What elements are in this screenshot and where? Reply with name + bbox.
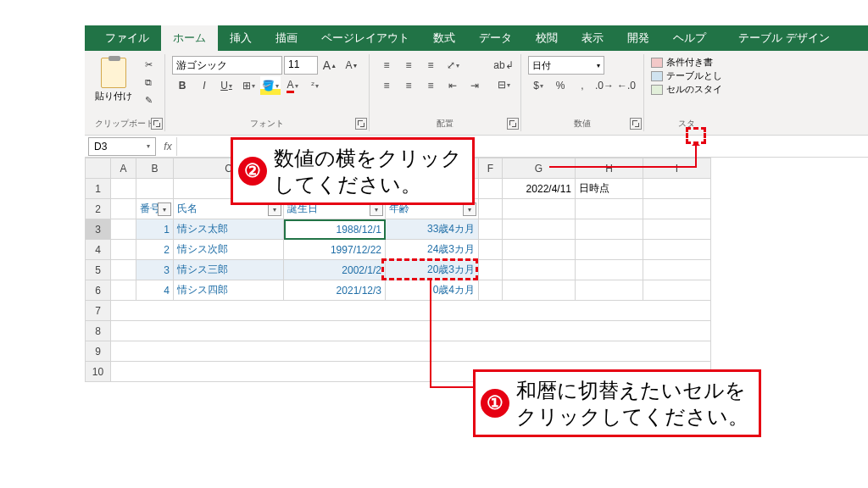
paste-button[interactable]: 貼り付け bbox=[92, 56, 136, 116]
cell[interactable] bbox=[503, 260, 576, 280]
cell[interactable] bbox=[111, 280, 136, 301]
comma-format-button[interactable]: , bbox=[572, 76, 593, 95]
cell[interactable] bbox=[111, 260, 136, 280]
table-cell[interactable]: 1997/12/22 bbox=[284, 240, 386, 260]
filter-icon[interactable]: ▾ bbox=[158, 202, 171, 216]
cell[interactable] bbox=[643, 240, 711, 260]
tab-table-design[interactable]: テーブル デザイン bbox=[726, 25, 842, 51]
conditional-format-button[interactable]: 条件付き書 bbox=[651, 56, 722, 69]
col-header-F[interactable]: F bbox=[479, 158, 503, 179]
number-format-select[interactable]: 日付▾ bbox=[528, 56, 604, 75]
increase-decimal-button[interactable]: .0→ bbox=[594, 76, 615, 95]
font-size-select[interactable]: 11 bbox=[284, 56, 318, 75]
table-header-num[interactable]: 番号▾ bbox=[136, 199, 174, 219]
wrap-text-button[interactable]: ab↲ bbox=[493, 56, 514, 75]
cell[interactable] bbox=[136, 179, 174, 199]
table-cell[interactable]: 情シス三郎 bbox=[174, 260, 284, 280]
table-cell[interactable]: 情シス次郎 bbox=[174, 240, 284, 260]
cell[interactable] bbox=[111, 179, 136, 199]
row-header-4[interactable]: 4 bbox=[86, 240, 111, 260]
format-painter-button[interactable]: ✎ bbox=[139, 92, 158, 108]
cell[interactable] bbox=[503, 219, 576, 240]
align-right-button[interactable]: ≡ bbox=[420, 76, 441, 95]
table-cell[interactable]: 情シス四郎 bbox=[174, 280, 284, 301]
tab-developer[interactable]: 開発 bbox=[615, 25, 661, 51]
table-cell[interactable]: 20歳3カ月 bbox=[386, 260, 479, 280]
cell[interactable] bbox=[479, 199, 503, 219]
format-as-table-button[interactable]: テーブルとし bbox=[651, 69, 722, 82]
bold-button[interactable]: B bbox=[172, 76, 192, 95]
cell[interactable] bbox=[111, 341, 711, 362]
row-header-1[interactable]: 1 bbox=[86, 179, 111, 199]
row-header-6[interactable]: 6 bbox=[86, 280, 111, 301]
cell[interactable] bbox=[576, 280, 643, 301]
tab-file[interactable]: ファイル bbox=[93, 25, 161, 51]
table-cell[interactable]: 情シス太郎 bbox=[174, 219, 284, 240]
accounting-format-button[interactable]: $ bbox=[528, 76, 548, 95]
copy-button[interactable]: ⧉ bbox=[139, 74, 158, 91]
table-cell[interactable]: 33歳4カ月 bbox=[386, 219, 479, 240]
table-cell[interactable]: 2 bbox=[136, 240, 174, 260]
decrease-font-button[interactable]: A▼ bbox=[342, 56, 362, 75]
cell[interactable] bbox=[503, 199, 576, 219]
tab-pagelayout[interactable]: ページレイアウト bbox=[309, 25, 421, 51]
table-cell[interactable]: 2002/1/2 bbox=[284, 260, 386, 280]
col-header-G[interactable]: G bbox=[503, 158, 576, 179]
row-header-9[interactable]: 9 bbox=[86, 341, 111, 362]
col-header-A[interactable]: A bbox=[111, 158, 136, 179]
tab-review[interactable]: 校閲 bbox=[524, 25, 570, 51]
tab-help[interactable]: ヘルプ bbox=[661, 25, 718, 51]
row-header-8[interactable]: 8 bbox=[86, 321, 111, 341]
cell-styles-button[interactable]: セルのスタイ bbox=[651, 83, 722, 96]
percent-format-button[interactable]: % bbox=[550, 76, 570, 95]
cell[interactable] bbox=[576, 199, 643, 219]
tab-data[interactable]: データ bbox=[467, 25, 524, 51]
tab-draw[interactable]: 描画 bbox=[264, 25, 309, 51]
cell[interactable] bbox=[479, 280, 503, 301]
cell[interactable] bbox=[503, 280, 576, 301]
cell[interactable] bbox=[643, 280, 711, 301]
font-dialog-launcher[interactable] bbox=[355, 118, 367, 130]
fx-icon[interactable]: fx bbox=[159, 141, 176, 152]
phonetic-button[interactable]: ᶻ bbox=[304, 76, 325, 95]
italic-button[interactable]: I bbox=[194, 76, 214, 95]
cell[interactable] bbox=[643, 179, 711, 199]
table-cell-selected[interactable]: 1988/12/1 bbox=[284, 219, 386, 240]
font-color-button[interactable]: A bbox=[282, 76, 303, 95]
row-header-3[interactable]: 3 bbox=[86, 219, 111, 240]
cell[interactable] bbox=[479, 219, 503, 240]
number-dialog-launcher[interactable] bbox=[630, 118, 642, 130]
cell[interactable] bbox=[111, 301, 711, 321]
name-box[interactable]: D3▾ bbox=[88, 137, 156, 156]
table-cell[interactable]: 2021/12/3 bbox=[284, 280, 386, 301]
align-left-button[interactable]: ≡ bbox=[376, 76, 397, 95]
cell[interactable] bbox=[479, 179, 503, 199]
col-header-B[interactable]: B bbox=[136, 158, 174, 179]
cell[interactable] bbox=[643, 260, 711, 280]
fill-color-button[interactable]: 🪣 bbox=[260, 76, 281, 95]
cell[interactable] bbox=[576, 240, 643, 260]
cut-button[interactable]: ✂ bbox=[139, 56, 158, 73]
font-name-select[interactable]: 游ゴシック bbox=[172, 56, 282, 75]
cell[interactable]: 2022/4/11 bbox=[503, 179, 576, 199]
cell[interactable] bbox=[643, 199, 711, 219]
row-header-10[interactable]: 10 bbox=[86, 362, 111, 382]
select-all-corner[interactable] bbox=[86, 158, 111, 179]
underline-button[interactable]: U bbox=[216, 76, 236, 95]
orientation-button[interactable]: ⤢ bbox=[442, 56, 463, 75]
align-middle-button[interactable]: ≡ bbox=[398, 56, 419, 75]
row-header-7[interactable]: 7 bbox=[86, 301, 111, 321]
cell[interactable] bbox=[576, 260, 643, 280]
decrease-decimal-button[interactable]: ←.0 bbox=[616, 76, 637, 95]
merge-button[interactable]: ⊟ bbox=[493, 75, 514, 94]
col-header-H[interactable]: H bbox=[576, 158, 643, 179]
border-button[interactable]: ⊞ bbox=[238, 76, 259, 95]
cell[interactable] bbox=[111, 321, 711, 341]
table-cell[interactable]: 3 bbox=[136, 260, 174, 280]
tab-insert[interactable]: 挿入 bbox=[218, 25, 264, 51]
increase-font-button[interactable]: A▲ bbox=[320, 56, 340, 75]
cell[interactable] bbox=[576, 219, 643, 240]
cell[interactable] bbox=[111, 199, 136, 219]
clipboard-dialog-launcher[interactable] bbox=[151, 118, 163, 130]
cell[interactable] bbox=[111, 240, 136, 260]
